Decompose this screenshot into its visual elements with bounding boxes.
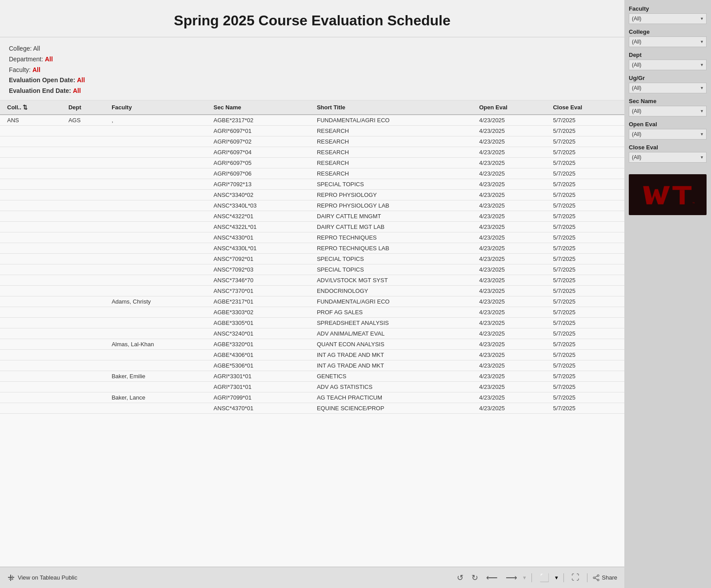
col-college[interactable]: Coll.. ⇅ <box>0 100 64 115</box>
faculty-label: Faculty: <box>9 66 31 73</box>
page-title: Spring 2025 Course Evaluation Schedule <box>9 12 615 29</box>
bottom-bar: View on Tableau Public ↺ ↻ ⟵ ⟶ ▾ ⬜ ▾ ⛶ <box>0 567 624 588</box>
svg-rect-1 <box>8 577 14 578</box>
table-row: Baker, LanceAGRI*7099*01AG TEACH PRACTIC… <box>0 392 624 403</box>
table-container[interactable]: Coll.. ⇅ Dept Faculty Sec Name Short Tit… <box>0 100 624 567</box>
cell-0 <box>0 157 64 168</box>
cell-1 <box>64 211 107 221</box>
dept-select-wrapper: (All) <box>629 60 707 70</box>
ug-gr-filter-label: Ug/Gr <box>629 75 707 81</box>
cell-2: Adams, Christy <box>107 296 209 307</box>
cell-3: AGBE*3320*01 <box>209 339 312 349</box>
cell-6: 5/7/2025 <box>548 189 624 200</box>
cell-2: Baker, Emilie <box>107 371 209 381</box>
cell-6: 5/7/2025 <box>548 179 624 189</box>
cell-0 <box>0 307 64 317</box>
cell-5: 4/23/2025 <box>475 264 548 275</box>
sec-name-filter-label: Sec Name <box>629 98 707 104</box>
cell-4: RESEARCH <box>312 147 475 157</box>
cell-4: RESEARCH <box>312 136 475 147</box>
cell-0 <box>0 328 64 339</box>
cell-3: ANSC*7092*03 <box>209 264 312 275</box>
fullscreen-button[interactable]: ⛶ <box>569 572 582 583</box>
dept-filter-group: Dept (All) <box>629 52 707 70</box>
share-button[interactable]: Share <box>593 574 617 581</box>
nav-divider-3 <box>587 573 587 582</box>
device-preview-button[interactable]: ⬜ <box>537 572 551 584</box>
table-row: ANSAGS,AGBE*2317*02FUNDAMENTAL/AGRI ECO4… <box>0 115 624 126</box>
cell-1 <box>64 243 107 253</box>
cell-2 <box>107 275 209 285</box>
college-select[interactable]: (All) <box>629 36 707 47</box>
cell-6: 5/7/2025 <box>548 339 624 349</box>
redo-button[interactable]: ↻ <box>469 572 480 584</box>
forward-button[interactable]: ⟶ <box>503 572 519 584</box>
cell-3: ANSC*4330*01 <box>209 232 312 243</box>
tableau-icon <box>7 574 15 582</box>
col-faculty: Faculty <box>107 100 209 115</box>
close-eval-filter-label: Close Eval <box>629 144 707 151</box>
cell-2 <box>107 136 209 147</box>
cell-3: ANSC*3240*01 <box>209 328 312 339</box>
cell-2 <box>107 285 209 296</box>
cell-1 <box>64 221 107 232</box>
table-row: ANSC*7370*01ENDOCRINOLOGY4/23/20255/7/20… <box>0 285 624 296</box>
dept-select[interactable]: (All) <box>629 60 707 70</box>
cell-6: 5/7/2025 <box>548 285 624 296</box>
cell-0 <box>0 200 64 211</box>
table-row: Baker, EmilieAGRI*3301*01GENETICS4/23/20… <box>0 371 624 381</box>
cell-2 <box>107 243 209 253</box>
open-eval-select[interactable]: (All) <box>629 129 707 140</box>
cell-1 <box>64 392 107 403</box>
end-date-label: Evaluation End Date: <box>9 87 71 94</box>
cell-2 <box>107 147 209 157</box>
cell-0 <box>0 349 64 360</box>
cell-5: 4/23/2025 <box>475 211 548 221</box>
cell-4: REPRO TECHNIQUES LAB <box>312 243 475 253</box>
col-dept: Dept <box>64 100 107 115</box>
cell-6: 5/7/2025 <box>548 125 624 136</box>
cell-0 <box>0 275 64 285</box>
cell-2 <box>107 221 209 232</box>
sec-name-select[interactable]: (All) <box>629 106 707 116</box>
table-row: ANSC*7092*03SPECIAL TOPICS4/23/20255/7/2… <box>0 264 624 275</box>
cell-3: AGBE*2317*02 <box>209 115 312 126</box>
course-table: Coll.. ⇅ Dept Faculty Sec Name Short Tit… <box>0 100 624 414</box>
cell-3: AGRI*7301*01 <box>209 381 312 392</box>
nav-divider-2 <box>563 573 564 582</box>
back-button[interactable]: ⟵ <box>484 572 500 584</box>
cell-0 <box>0 136 64 147</box>
cell-6: 5/7/2025 <box>548 360 624 371</box>
cell-5: 4/23/2025 <box>475 328 548 339</box>
close-eval-filter-group: Close Eval (All) <box>629 144 707 163</box>
cell-0 <box>0 147 64 157</box>
college-filter-row: College: All <box>9 44 615 54</box>
cell-3: ANSC*7370*01 <box>209 285 312 296</box>
table-row: ANSC*4370*01EQUINE SCIENCE/PROP4/23/2025… <box>0 403 624 413</box>
cell-0 <box>0 232 64 243</box>
undo-button[interactable]: ↺ <box>455 572 466 584</box>
cell-2: , <box>107 115 209 126</box>
cell-1 <box>64 317 107 328</box>
cell-4: AG TEACH PRACTICUM <box>312 392 475 403</box>
cell-4: DAIRY CATTLE MNGMT <box>312 211 475 221</box>
table-row: ANSC*4322L*01DAIRY CATTLE MGT LAB4/23/20… <box>0 221 624 232</box>
cell-3: ANSC*4322*01 <box>209 211 312 221</box>
svg-line-7 <box>595 576 597 577</box>
table-row: AGRI*7092*13SPECIAL TOPICS4/23/20255/7/2… <box>0 179 624 189</box>
close-eval-select[interactable]: (All) <box>629 152 707 163</box>
cell-6: 5/7/2025 <box>548 200 624 211</box>
open-date-filter-row: Evaluation Open Date: All <box>9 75 615 86</box>
svg-rect-10 <box>672 186 691 190</box>
faculty-select[interactable]: (All) <box>629 13 707 24</box>
ug-gr-filter-group: Ug/Gr (All) <box>629 75 707 93</box>
ug-gr-select[interactable]: (All) <box>629 83 707 93</box>
cell-3: AGRI*6097*01 <box>209 125 312 136</box>
cell-4: INT AG TRADE AND MKT <box>312 360 475 371</box>
tableau-public-link[interactable]: View on Tableau Public <box>7 574 77 582</box>
cell-0 <box>0 339 64 349</box>
cell-2 <box>107 360 209 371</box>
cell-0 <box>0 125 64 136</box>
end-date-value: All <box>73 87 81 94</box>
cell-2 <box>107 381 209 392</box>
